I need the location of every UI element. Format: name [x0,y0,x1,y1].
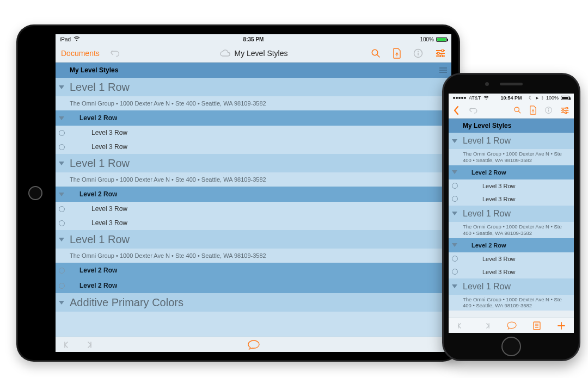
row-label: Level 3 Row [461,256,516,262]
note-row[interactable]: The Omni Group • 1000 Dexter Ave N • Ste… [449,222,574,238]
disclosure-icon[interactable] [449,284,461,288]
svg-line-14 [518,111,520,113]
nav-back-icon[interactable] [457,323,465,329]
attachment-icon[interactable] [393,48,401,59]
level1-row[interactable]: Level 1 Row [56,154,451,172]
disclosure-icon[interactable] [56,85,68,89]
disclosure-icon[interactable] [449,243,461,247]
disclosure-icon[interactable] [56,301,68,305]
iphone-camera [485,82,489,86]
disclosure-icon[interactable] [449,170,461,174]
level1-row[interactable]: Level 1 Row [56,78,451,96]
nav-back-icon[interactable] [63,341,73,349]
status-time: 8:35 PM [243,36,264,42]
row-label: Level 2 Row [68,267,117,274]
device-name: iPad [60,36,71,42]
outline-settings-icon[interactable] [560,107,569,114]
note-row[interactable]: The Omni Group • 1000 Dexter Ave N • Ste… [449,149,574,165]
bullet-icon[interactable] [56,268,68,274]
iphone-device: AT&T 10:54 PM ☾ ➤ ᛒ 100% [442,73,580,361]
drag-handle-icon[interactable] [439,67,447,73]
row-label: Level 1 Row [461,136,511,146]
ipad-home-button[interactable] [28,186,42,200]
row-label: Level 3 Row [68,143,127,151]
level2-row[interactable]: Level 2 Row [56,110,451,126]
info-icon[interactable] [413,48,423,58]
bullet-icon[interactable] [449,269,461,275]
ipad-document[interactable]: My Level Styles Level 1 Row The Omni Gro… [56,63,451,337]
nav-forward-icon[interactable] [482,323,491,329]
back-icon[interactable] [453,106,460,115]
level2-row[interactable]: Level 2 Row [56,278,451,293]
iphone-speaker [500,83,523,85]
row-label: Level 3 Row [461,196,516,202]
row-label: The Omni Group • 1000 Dexter Ave N • Ste… [461,224,569,237]
iphone-home-button[interactable] [501,337,521,356]
info-icon[interactable] [544,106,553,114]
disclosure-icon[interactable] [449,212,461,215]
wifi-icon [74,36,80,42]
svg-point-10 [440,55,443,57]
level2-row[interactable]: Level 2 Row [56,187,451,202]
svg-point-16 [548,108,549,109]
document-icon[interactable] [533,321,541,330]
level1-row[interactable]: Level 1 Row [449,206,574,222]
bullet-icon[interactable] [56,220,68,226]
documents-button[interactable]: Documents [61,49,100,58]
note-row[interactable]: The Omni Group • 1000 Dexter Ave N • Ste… [56,249,451,263]
level3-row[interactable]: Level 3 Row [449,193,574,206]
outline-settings-icon[interactable] [435,49,446,57]
disclosure-icon[interactable] [56,193,68,196]
level1-row[interactable]: Additive Primary Colors [56,293,451,312]
disclosure-icon[interactable] [56,162,68,165]
level2-row[interactable]: Level 2 Row [56,263,451,278]
iphone-document[interactable]: My Level Styles Level 1 Row The Omni Gro… [449,119,574,318]
level3-row[interactable]: Level 3 Row [449,179,574,193]
undo-icon[interactable] [468,107,479,114]
row-label: Level 3 Row [68,129,127,137]
search-icon[interactable] [513,106,522,114]
bullet-icon[interactable] [449,256,461,262]
disclosure-icon[interactable] [449,139,461,143]
level3-row[interactable]: Level 3 Row [56,202,451,216]
level1-row[interactable]: Level 1 Row [449,278,574,295]
level3-row[interactable]: Level 3 Row [449,265,574,278]
level2-row[interactable]: Level 2 Row [449,165,574,179]
level1-row[interactable]: Level 1 Row [449,133,574,149]
row-label: Level 2 Row [461,169,506,176]
level2-row[interactable]: Level 2 Row [449,238,574,252]
bullet-icon[interactable] [56,130,68,136]
level1-row[interactable]: Level 1 Row [56,230,451,249]
bullet-icon[interactable] [56,283,68,289]
svg-line-1 [377,54,380,57]
add-icon[interactable] [557,321,566,330]
note-row[interactable]: The Omni Group • 1000 Dexter Ave N • Ste… [449,295,574,311]
level3-row[interactable]: Level 3 Row [56,126,451,140]
note-icon[interactable] [248,340,260,350]
bullet-icon[interactable] [449,196,461,202]
bullet-icon[interactable] [56,144,68,150]
disclosure-icon[interactable] [56,238,68,241]
ipad-toolbar: Documents My Level Styles [56,44,451,63]
battery-icon [436,37,447,42]
disclosure-icon[interactable] [56,116,68,120]
bullet-icon[interactable] [56,206,68,212]
level3-row[interactable]: Level 3 Row [56,216,451,230]
row-label: The Omni Group • 1000 Dexter Ave N • Ste… [461,151,569,164]
outline-header-row[interactable]: My Level Styles [449,119,574,133]
nav-forward-icon[interactable] [83,341,93,349]
ipad-bottom-toolbar [56,337,451,352]
note-icon[interactable] [507,321,517,330]
level3-row[interactable]: Level 3 Row [449,252,574,265]
attachment-icon[interactable] [529,106,537,115]
outline-header-row[interactable]: My Level Styles [56,63,451,78]
level3-row[interactable]: Level 3 Row [56,140,451,154]
note-row[interactable]: The Omni Group • 1000 Dexter Ave N • Ste… [56,96,451,110]
undo-icon[interactable] [109,49,121,57]
row-label: Level 2 Row [68,114,117,122]
svg-point-3 [418,51,419,52]
note-row[interactable]: The Omni Group • 1000 Dexter Ave N • Ste… [56,172,451,187]
search-icon[interactable] [371,48,381,58]
bullet-icon[interactable] [449,183,461,189]
row-label: Level 2 Row [68,190,117,198]
